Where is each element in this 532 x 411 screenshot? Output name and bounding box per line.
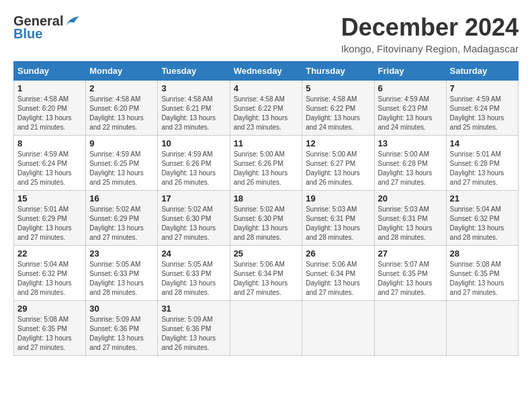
day-number: 1 bbox=[17, 83, 82, 93]
month-title: December 2024 bbox=[341, 13, 519, 42]
day-header-tuesday: Tuesday bbox=[158, 62, 230, 81]
calendar-cell: 7Sunrise: 4:59 AMSunset: 6:24 PMDaylight… bbox=[446, 81, 518, 136]
day-info: Sunrise: 4:58 AMSunset: 6:21 PMDaylight:… bbox=[161, 95, 226, 132]
calendar-cell: 26Sunrise: 5:06 AMSunset: 6:34 PMDayligh… bbox=[302, 246, 374, 301]
day-info: Sunrise: 4:59 AMSunset: 6:26 PMDaylight:… bbox=[161, 150, 226, 187]
day-number: 8 bbox=[17, 138, 82, 148]
calendar-week-row: 29Sunrise: 5:08 AMSunset: 6:35 PMDayligh… bbox=[14, 301, 519, 356]
calendar-cell: 3Sunrise: 4:58 AMSunset: 6:21 PMDaylight… bbox=[158, 81, 230, 136]
day-number: 6 bbox=[378, 83, 443, 93]
day-number: 27 bbox=[378, 248, 443, 259]
day-number: 15 bbox=[17, 193, 82, 203]
day-header-thursday: Thursday bbox=[302, 62, 374, 81]
calendar-cell: 24Sunrise: 5:05 AMSunset: 6:33 PMDayligh… bbox=[158, 246, 230, 301]
day-info: Sunrise: 5:01 AMSunset: 6:28 PMDaylight:… bbox=[450, 150, 515, 187]
day-info: Sunrise: 4:59 AMSunset: 6:24 PMDaylight:… bbox=[450, 95, 515, 132]
calendar-cell: 18Sunrise: 5:02 AMSunset: 6:30 PMDayligh… bbox=[230, 191, 302, 246]
day-info: Sunrise: 5:04 AMSunset: 6:32 PMDaylight:… bbox=[450, 205, 515, 242]
day-info: Sunrise: 4:58 AMSunset: 6:22 PMDaylight:… bbox=[306, 95, 370, 132]
day-info: Sunrise: 5:09 AMSunset: 6:36 PMDaylight:… bbox=[89, 315, 154, 353]
calendar-cell: 1Sunrise: 4:58 AMSunset: 6:20 PMDaylight… bbox=[14, 81, 86, 136]
day-number: 19 bbox=[306, 193, 370, 203]
day-info: Sunrise: 5:00 AMSunset: 6:26 PMDaylight:… bbox=[234, 150, 299, 187]
day-number: 22 bbox=[17, 248, 82, 259]
day-info: Sunrise: 5:08 AMSunset: 6:35 PMDaylight:… bbox=[450, 260, 515, 298]
calendar-header-row: SundayMondayTuesdayWednesdayThursdayFrid… bbox=[14, 62, 519, 81]
calendar-cell: 10Sunrise: 4:59 AMSunset: 6:26 PMDayligh… bbox=[158, 136, 230, 191]
day-header-sunday: Sunday bbox=[14, 62, 86, 81]
day-number: 14 bbox=[450, 138, 515, 148]
day-info: Sunrise: 4:58 AMSunset: 6:20 PMDaylight:… bbox=[17, 95, 82, 132]
calendar-cell: 30Sunrise: 5:09 AMSunset: 6:36 PMDayligh… bbox=[86, 301, 158, 356]
day-number: 2 bbox=[89, 83, 154, 93]
day-number: 24 bbox=[161, 248, 226, 259]
logo-bird-icon bbox=[64, 16, 79, 27]
day-header-friday: Friday bbox=[374, 62, 446, 81]
day-header-wednesday: Wednesday bbox=[230, 62, 302, 81]
day-number: 11 bbox=[234, 138, 299, 148]
day-info: Sunrise: 5:01 AMSunset: 6:29 PMDaylight:… bbox=[17, 205, 82, 242]
day-number: 3 bbox=[161, 83, 226, 93]
day-info: Sunrise: 4:59 AMSunset: 6:23 PMDaylight:… bbox=[378, 95, 443, 132]
day-info: Sunrise: 4:58 AMSunset: 6:20 PMDaylight:… bbox=[89, 95, 154, 132]
title-section: December 2024 Ikongo, Fitovinany Region,… bbox=[341, 13, 519, 54]
calendar-cell: 22Sunrise: 5:04 AMSunset: 6:32 PMDayligh… bbox=[14, 246, 86, 301]
day-info: Sunrise: 5:00 AMSunset: 6:28 PMDaylight:… bbox=[378, 150, 443, 187]
day-info: Sunrise: 5:07 AMSunset: 6:35 PMDaylight:… bbox=[378, 260, 443, 298]
day-number: 18 bbox=[234, 193, 299, 203]
day-number: 25 bbox=[234, 248, 299, 259]
day-number: 16 bbox=[89, 193, 154, 203]
logo-blue-text: Blue bbox=[13, 26, 42, 42]
day-info: Sunrise: 5:02 AMSunset: 6:30 PMDaylight:… bbox=[161, 205, 226, 242]
calendar-week-row: 1Sunrise: 4:58 AMSunset: 6:20 PMDaylight… bbox=[14, 81, 519, 136]
calendar-cell: 28Sunrise: 5:08 AMSunset: 6:35 PMDayligh… bbox=[446, 246, 518, 301]
calendar-cell: 23Sunrise: 5:05 AMSunset: 6:33 PMDayligh… bbox=[86, 246, 158, 301]
day-header-saturday: Saturday bbox=[446, 62, 518, 81]
calendar-cell: 16Sunrise: 5:02 AMSunset: 6:29 PMDayligh… bbox=[86, 191, 158, 246]
day-number: 20 bbox=[378, 193, 443, 203]
day-info: Sunrise: 5:02 AMSunset: 6:29 PMDaylight:… bbox=[89, 205, 154, 242]
day-number: 29 bbox=[17, 304, 82, 314]
calendar-cell bbox=[446, 301, 518, 356]
calendar-cell: 14Sunrise: 5:01 AMSunset: 6:28 PMDayligh… bbox=[446, 136, 518, 191]
day-info: Sunrise: 5:06 AMSunset: 6:34 PMDaylight:… bbox=[306, 260, 370, 298]
day-number: 23 bbox=[89, 248, 154, 259]
calendar-table: SundayMondayTuesdayWednesdayThursdayFrid… bbox=[13, 61, 519, 356]
day-number: 4 bbox=[234, 83, 299, 93]
calendar-cell: 21Sunrise: 5:04 AMSunset: 6:32 PMDayligh… bbox=[446, 191, 518, 246]
calendar-week-row: 8Sunrise: 4:59 AMSunset: 6:24 PMDaylight… bbox=[14, 136, 519, 191]
day-info: Sunrise: 5:05 AMSunset: 6:33 PMDaylight:… bbox=[161, 260, 226, 298]
calendar-cell: 15Sunrise: 5:01 AMSunset: 6:29 PMDayligh… bbox=[14, 191, 86, 246]
day-info: Sunrise: 5:08 AMSunset: 6:35 PMDaylight:… bbox=[17, 315, 82, 353]
calendar-cell: 17Sunrise: 5:02 AMSunset: 6:30 PMDayligh… bbox=[158, 191, 230, 246]
calendar-cell: 11Sunrise: 5:00 AMSunset: 6:26 PMDayligh… bbox=[230, 136, 302, 191]
calendar-cell: 9Sunrise: 4:59 AMSunset: 6:25 PMDaylight… bbox=[86, 136, 158, 191]
calendar-cell: 25Sunrise: 5:06 AMSunset: 6:34 PMDayligh… bbox=[230, 246, 302, 301]
day-info: Sunrise: 5:09 AMSunset: 6:36 PMDaylight:… bbox=[161, 315, 226, 353]
day-number: 13 bbox=[378, 138, 443, 148]
calendar-cell bbox=[374, 301, 446, 356]
calendar-cell: 4Sunrise: 4:58 AMSunset: 6:22 PMDaylight… bbox=[230, 81, 302, 136]
calendar-week-row: 15Sunrise: 5:01 AMSunset: 6:29 PMDayligh… bbox=[14, 191, 519, 246]
day-number: 30 bbox=[89, 304, 154, 314]
calendar-cell: 8Sunrise: 4:59 AMSunset: 6:24 PMDaylight… bbox=[14, 136, 86, 191]
day-number: 12 bbox=[306, 138, 370, 148]
day-number: 7 bbox=[450, 83, 515, 93]
day-number: 17 bbox=[161, 193, 226, 203]
day-info: Sunrise: 5:05 AMSunset: 6:33 PMDaylight:… bbox=[89, 260, 154, 298]
day-number: 31 bbox=[161, 304, 226, 314]
day-info: Sunrise: 5:03 AMSunset: 6:31 PMDaylight:… bbox=[378, 205, 443, 242]
calendar-cell: 27Sunrise: 5:07 AMSunset: 6:35 PMDayligh… bbox=[374, 246, 446, 301]
location-title: Ikongo, Fitovinany Region, Madagascar bbox=[341, 43, 519, 54]
calendar-cell: 12Sunrise: 5:00 AMSunset: 6:27 PMDayligh… bbox=[302, 136, 374, 191]
calendar-cell: 31Sunrise: 5:09 AMSunset: 6:36 PMDayligh… bbox=[158, 301, 230, 356]
day-info: Sunrise: 4:59 AMSunset: 6:25 PMDaylight:… bbox=[89, 150, 154, 187]
day-info: Sunrise: 5:03 AMSunset: 6:31 PMDaylight:… bbox=[306, 205, 370, 242]
day-info: Sunrise: 5:04 AMSunset: 6:32 PMDaylight:… bbox=[17, 260, 82, 298]
calendar-cell: 20Sunrise: 5:03 AMSunset: 6:31 PMDayligh… bbox=[374, 191, 446, 246]
calendar-cell bbox=[230, 301, 302, 356]
day-info: Sunrise: 5:02 AMSunset: 6:30 PMDaylight:… bbox=[234, 205, 299, 242]
day-info: Sunrise: 4:58 AMSunset: 6:22 PMDaylight:… bbox=[234, 95, 299, 132]
day-number: 5 bbox=[306, 83, 370, 93]
calendar-cell: 6Sunrise: 4:59 AMSunset: 6:23 PMDaylight… bbox=[374, 81, 446, 136]
